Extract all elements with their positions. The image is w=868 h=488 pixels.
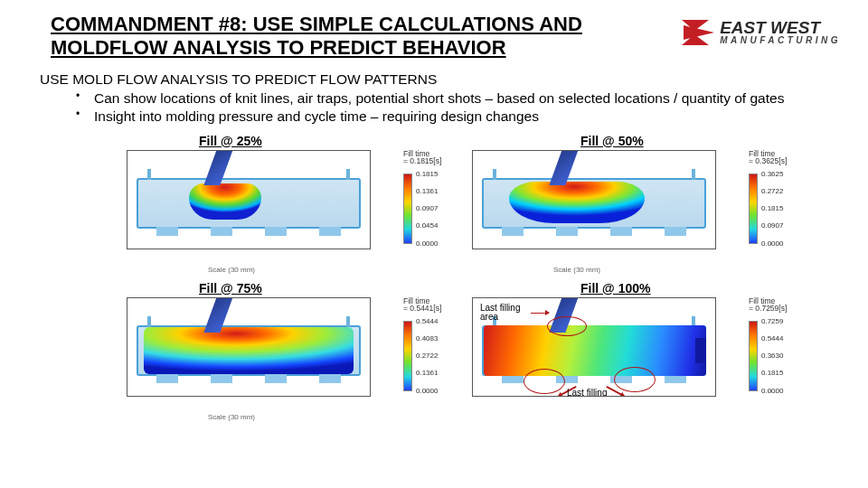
melt-front-icon [189,183,261,220]
legend-gradient-icon [749,174,758,244]
scale-caption: Scale (30 mm) [208,413,255,421]
legend-tick: 0.2722 [416,352,438,360]
legend-tick: 0.0454 [416,221,438,230]
fill-scene [127,150,371,249]
legend-tick: 0.1815 [416,170,438,178]
melt-front-icon [484,325,706,376]
legend-tick: 0.3625 [761,170,783,178]
fill-scene [472,150,716,249]
logo-arrow-icon [682,14,714,51]
bullet-item: Can show locations of knit lines, air tr… [67,89,841,107]
legend-tick: 0.0000 [761,239,783,248]
figure-grid: Fill @ 25% Scale (30 mm) Fill time = 0.1… [0,127,868,421]
fill-panel-100: Fill @ 100% Last filling area Last filli… [472,281,805,421]
content-body: USE MOLD FLOW ANALYSIS TO PREDICT FLOW P… [0,66,868,126]
legend-tick: 0.5444 [416,317,438,325]
annotation-circle-icon [524,369,565,394]
legend-tick: 0.2722 [761,187,783,195]
legend-tick: 0.1815 [761,204,783,212]
fill-scene: Last filling area Last filling area [472,297,716,397]
legend-tick: 0.1361 [416,187,438,195]
subtitle: USE MOLD FLOW ANALYSIS TO PREDICT FLOW P… [40,71,841,88]
legend-title: Fill time = 0.1815[s] [403,150,459,166]
legend-gradient-icon [403,174,412,244]
legend-title: Fill time = 0.5441[s] [403,297,459,314]
slide-title: COMMANDMENT #8: USE SIMPLE CALCULATIONS … [51,13,611,61]
fill-panel-50: Fill @ 50% Scale (30 mm) Fill time = 0.3… [472,134,805,274]
fill-panel-25: Fill @ 25% Scale (30 mm) Fill time = 0.1… [127,134,459,274]
legend-tick: 0.1815 [761,369,783,377]
panel-label: Fill @ 25% [199,134,262,148]
fill-panel-75: Fill @ 75% Scale (30 mm) Fill time = 0.5… [127,281,459,421]
svg-marker-1 [684,25,714,40]
legend-title: Fill time = 0.3625[s] [749,150,805,166]
legend-tick: 0.4083 [416,334,438,343]
scale-caption: Scale (30 mm) [553,266,600,274]
logo-sub-text: MANUFACTURING [720,36,841,45]
legend-tick: 0.7259 [761,317,783,325]
scale-caption: Scale (30 mm) [208,266,255,274]
legend-tick: 0.0000 [761,387,783,395]
annotation-circle-icon [547,316,587,336]
legend-gradient-icon [749,321,758,391]
legend-tick: 0.0907 [416,204,438,212]
panel-label: Fill @ 100% [580,281,650,296]
legend-tick: 0.3630 [761,352,783,360]
legend-tick: 0.1361 [416,369,438,377]
company-logo: EAST WEST MANUFACTURING [682,14,841,51]
legend-tick: 0.0907 [761,221,783,230]
legend-tick: 0.0000 [416,239,438,248]
legend-gradient-icon [403,321,412,391]
logo-main-text: EAST WEST [720,20,841,36]
panel-label: Fill @ 75% [199,281,262,296]
bullet-list: Can show locations of knit lines, air tr… [40,89,841,126]
legend-title: Fill time = 0.7259[s] [749,297,805,314]
fill-scene [127,297,371,397]
bullet-item: Insight into molding pressure and cycle … [67,108,841,125]
annotation-arrow-icon [531,313,549,314]
annotation-text: Last filling area [567,389,607,397]
color-legend: Fill time = 0.7259[s] 0.7259 0.5444 0.36… [749,297,805,406]
legend-tick: 0.0000 [416,387,438,395]
melt-front-icon [509,182,645,223]
color-legend: Fill time = 0.1815[s] 0.1815 0.1361 0.09… [403,150,459,258]
header: COMMANDMENT #8: USE SIMPLE CALCULATIONS … [0,0,868,66]
panel-label: Fill @ 50% [580,134,644,148]
melt-front-icon [144,327,354,374]
legend-tick: 0.5444 [761,334,783,343]
color-legend: Fill time = 0.3625[s] 0.3625 0.2722 0.18… [749,150,805,258]
color-legend: Fill time = 0.5441[s] 0.5444 0.4083 0.27… [403,297,459,406]
annotation-circle-icon [614,367,656,392]
annotation-text: Last filling area [480,304,520,323]
